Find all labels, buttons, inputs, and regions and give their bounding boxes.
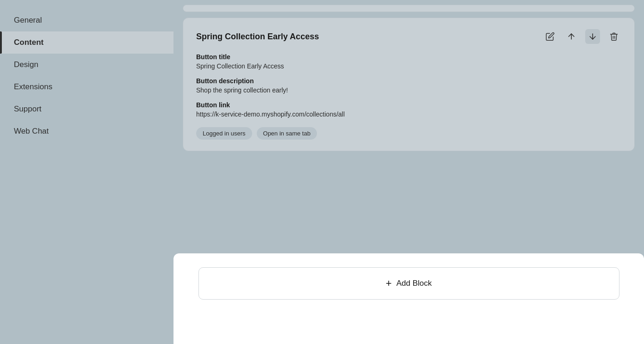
tag-logged-in-users: Logged in users: [196, 127, 252, 140]
sidebar-item-label: General: [14, 16, 42, 25]
sidebar-item-label: Web Chat: [14, 127, 49, 135]
button-link-value: https://k-service-demo.myshopify.com/col…: [196, 111, 621, 118]
button-link-field: Button link https://k-service-demo.mysho…: [196, 101, 621, 118]
block-card-actions: [543, 29, 621, 44]
sidebar-item-extensions[interactable]: Extensions: [0, 76, 173, 98]
sidebar-item-content[interactable]: Content: [0, 31, 173, 54]
button-description-field: Button description Shop the spring colle…: [196, 77, 621, 94]
sidebar: General Content Design Extensions Suppor…: [0, 0, 173, 344]
move-up-button[interactable]: [564, 29, 579, 44]
add-block-button[interactable]: + Add Block: [198, 267, 619, 300]
move-down-button[interactable]: [585, 29, 600, 44]
trash-icon: [609, 32, 619, 41]
button-title-value: Spring Collection Early Access: [196, 62, 621, 70]
partial-top-card: [183, 5, 635, 12]
add-block-label: Add Block: [396, 279, 432, 288]
arrow-up-icon: [567, 32, 576, 41]
button-title-label: Button title: [196, 53, 621, 61]
plus-icon: +: [386, 277, 392, 289]
tag-open-in-same-tab: Open in same tab: [257, 127, 317, 140]
bottom-section: + Add Block: [173, 253, 644, 344]
main-content: Spring Collection Early Access: [173, 0, 644, 344]
block-card: Spring Collection Early Access: [183, 18, 635, 151]
block-title: Spring Collection Early Access: [196, 32, 319, 42]
edit-button[interactable]: [543, 29, 557, 44]
block-card-header: Spring Collection Early Access: [196, 29, 621, 44]
button-title-field: Button title Spring Collection Early Acc…: [196, 53, 621, 70]
block-tags: Logged in users Open in same tab: [196, 127, 621, 140]
button-link-label: Button link: [196, 101, 621, 109]
edit-icon: [545, 32, 555, 41]
sidebar-item-web-chat[interactable]: Web Chat: [0, 120, 173, 142]
arrow-down-icon: [588, 32, 597, 41]
sidebar-nav: General Content Design Extensions Suppor…: [0, 0, 173, 142]
sidebar-item-label: Extensions: [14, 82, 52, 91]
delete-button[interactable]: [607, 29, 621, 44]
sidebar-item-design[interactable]: Design: [0, 54, 173, 76]
button-description-value: Shop the spring collection early!: [196, 86, 621, 94]
button-description-label: Button description: [196, 77, 621, 85]
sidebar-item-support[interactable]: Support: [0, 98, 173, 120]
sidebar-item-label: Design: [14, 60, 38, 69]
sidebar-item-general[interactable]: General: [0, 9, 173, 31]
sidebar-item-label: Support: [14, 104, 42, 113]
sidebar-item-label: Content: [14, 38, 43, 47]
